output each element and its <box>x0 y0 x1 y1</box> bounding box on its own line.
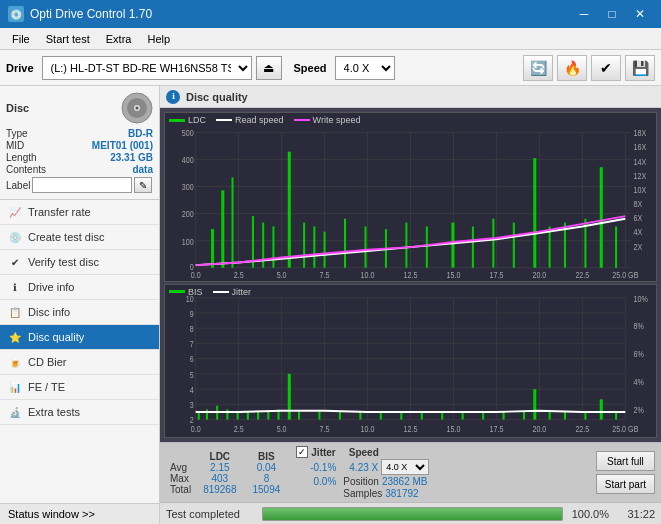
svg-rect-95 <box>206 409 208 419</box>
toolbar: Drive (L:) HL-DT-ST BD-RE WH16NS58 TST4 … <box>0 50 661 86</box>
menu-file[interactable]: File <box>4 31 38 47</box>
nav-fe-te[interactable]: 📊 FE / TE <box>0 375 159 400</box>
bis-legend-bis-label: BIS <box>188 287 203 297</box>
speed-select[interactable]: 4.0 X 1.0 X 2.0 X 8.0 X Max <box>335 56 395 80</box>
stats-table: LDC BIS Avg 2.15 0.04 Max 403 8 Total 81… <box>166 451 288 495</box>
start-part-button[interactable]: Start part <box>596 474 655 494</box>
svg-text:9: 9 <box>190 309 194 319</box>
disc-mid-row: MID MEIT01 (001) <box>6 140 153 151</box>
drive-select[interactable]: (L:) HL-DT-ST BD-RE WH16NS58 TST4 <box>42 56 252 80</box>
burn-button[interactable]: 🔥 <box>557 55 587 81</box>
nav-create-test-disc[interactable]: 💿 Create test disc <box>0 225 159 250</box>
svg-text:500: 500 <box>182 128 194 138</box>
jitter-speed-section: ✓ Jitter Speed -0.1% 4.23 X 4.0 X 0.0% P… <box>296 446 429 499</box>
eject-button[interactable]: ⏏ <box>256 56 282 80</box>
svg-rect-111 <box>441 412 443 420</box>
svg-rect-107 <box>359 412 361 420</box>
svg-rect-28 <box>288 152 291 268</box>
status-text: Test completed <box>166 508 256 520</box>
nav-drive-info[interactable]: ℹ Drive info <box>0 275 159 300</box>
svg-rect-38 <box>472 226 474 267</box>
nav-verify-test-disc[interactable]: ✔ Verify test disc <box>0 250 159 275</box>
jitter-header-row: ✓ Jitter Speed <box>296 446 429 458</box>
disc-contents-label: Contents <box>6 164 46 175</box>
drive-label: Drive <box>6 62 34 74</box>
start-full-button[interactable]: Start full <box>596 451 655 471</box>
svg-text:22.5: 22.5 <box>575 424 589 434</box>
svg-text:12.5: 12.5 <box>404 424 418 434</box>
nav-transfer-rate[interactable]: 📈 Transfer rate <box>0 200 159 225</box>
bis-legend-bis-color <box>169 290 185 293</box>
disc-mid-value: MEIT01 (001) <box>92 140 153 151</box>
transfer-rate-icon: 📈 <box>8 205 22 219</box>
speed-select-stats[interactable]: 4.0 X <box>381 459 429 475</box>
svg-text:14X: 14X <box>633 157 646 167</box>
nav-disc-info[interactable]: 📋 Disc info <box>0 300 159 325</box>
svg-rect-104 <box>298 412 300 420</box>
svg-text:10.0: 10.0 <box>361 424 375 434</box>
maximize-button[interactable]: □ <box>599 4 625 24</box>
ldc-legend-write-label: Write speed <box>313 115 361 125</box>
total-ldc: 819268 <box>195 484 244 495</box>
svg-rect-33 <box>364 226 366 267</box>
avg-jitter: -0.1% <box>296 462 336 473</box>
disc-label-input[interactable] <box>32 177 132 193</box>
disc-mid-label: MID <box>6 140 24 151</box>
svg-text:4X: 4X <box>633 228 642 238</box>
disc-label-edit-button[interactable]: ✎ <box>134 177 152 193</box>
progress-percent: 100.0% <box>569 508 609 520</box>
close-button[interactable]: ✕ <box>627 4 653 24</box>
progress-fill <box>263 508 562 520</box>
disc-label-row: Label ✎ <box>6 177 153 193</box>
svg-rect-121 <box>615 412 617 420</box>
nav-fe-te-label: FE / TE <box>28 381 65 393</box>
svg-text:7.5: 7.5 <box>320 424 330 434</box>
svg-rect-30 <box>313 226 315 267</box>
total-label: Total <box>166 484 195 495</box>
title-bar: 💿 Opti Drive Control 1.70 ─ □ ✕ <box>0 0 661 28</box>
nav-disc-quality[interactable]: ⭐ Disc quality <box>0 325 159 350</box>
ldc-legend-write: Write speed <box>294 115 361 125</box>
position-label: Position <box>343 476 379 487</box>
svg-text:20.0: 20.0 <box>532 270 546 280</box>
nav-extra-tests-label: Extra tests <box>28 406 80 418</box>
svg-rect-39 <box>492 219 494 268</box>
svg-text:10%: 10% <box>633 293 647 303</box>
status-window-label: Status window >> <box>8 508 95 520</box>
fe-te-icon: 📊 <box>8 380 22 394</box>
nav-extra-tests[interactable]: 🔬 Extra tests <box>0 400 159 425</box>
svg-rect-105 <box>318 412 320 420</box>
svg-rect-24 <box>231 177 233 267</box>
menu-help[interactable]: Help <box>139 31 178 47</box>
jitter-checkbox[interactable]: ✓ <box>296 446 308 458</box>
svg-rect-115 <box>523 412 525 420</box>
svg-text:5.0: 5.0 <box>277 270 287 280</box>
disc-label-label: Label <box>6 180 30 191</box>
menu-extra[interactable]: Extra <box>98 31 140 47</box>
verify-button[interactable]: ✔ <box>591 55 621 81</box>
svg-text:2.5: 2.5 <box>234 424 244 434</box>
nav-create-test-disc-label: Create test disc <box>28 231 104 243</box>
svg-rect-41 <box>533 158 536 268</box>
svg-rect-37 <box>451 223 454 268</box>
disc-quality-header-icon: ℹ <box>166 90 180 104</box>
avg-ldc: 2.15 <box>195 462 244 473</box>
nav-verify-test-disc-label: Verify test disc <box>28 256 99 268</box>
svg-rect-42 <box>549 226 551 267</box>
status-window-button[interactable]: Status window >> <box>0 503 159 524</box>
svg-rect-40 <box>513 223 515 268</box>
ldc-legend-read-label: Read speed <box>235 115 284 125</box>
speed-label: Speed <box>294 62 327 74</box>
svg-text:25.0 GB: 25.0 GB <box>612 270 638 280</box>
menu-start-test[interactable]: Start test <box>38 31 98 47</box>
charts-area: LDC Read speed Write speed <box>160 108 661 442</box>
svg-text:15.0: 15.0 <box>447 270 461 280</box>
svg-rect-99 <box>247 412 249 420</box>
svg-rect-46 <box>615 226 617 267</box>
samples-label: Samples <box>343 488 382 499</box>
nav-cd-bier[interactable]: 🍺 CD Bier <box>0 350 159 375</box>
minimize-button[interactable]: ─ <box>571 4 597 24</box>
refresh-button[interactable]: 🔄 <box>523 55 553 81</box>
save-button[interactable]: 💾 <box>625 55 655 81</box>
disc-type-label: Type <box>6 128 28 139</box>
